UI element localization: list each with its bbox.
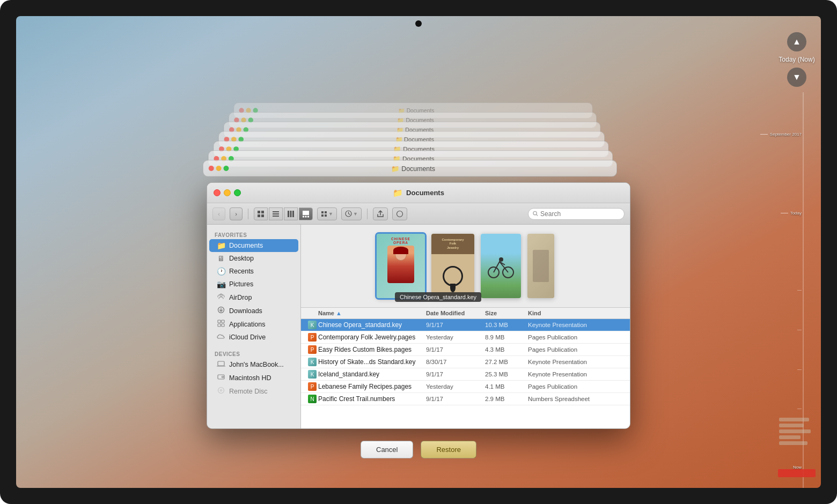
svg-point-35 (499, 257, 503, 262)
file-name: Lebanese Family Recipes.pages (318, 383, 426, 390)
folder-icon: 📁 (393, 188, 403, 198)
sidebar-item-macbook[interactable]: John's MacBook... (209, 358, 298, 371)
view-icon-button[interactable] (254, 207, 268, 220)
arrange-button[interactable]: ▼ (317, 207, 337, 220)
svg-rect-27 (222, 324, 224, 327)
sidebar-item-documents[interactable]: 📁 Documents (209, 239, 298, 252)
tags-button[interactable] (392, 207, 407, 220)
svg-rect-25 (222, 320, 224, 323)
keynote-icon: K (308, 358, 317, 366)
sidebar-item-applications[interactable]: Applications (209, 317, 298, 331)
restore-button[interactable]: Restore (421, 441, 476, 458)
file-kind: Pages Publication (528, 334, 625, 340)
forward-button[interactable]: › (230, 207, 243, 220)
minimize-button[interactable] (224, 189, 231, 196)
view-list-button[interactable] (269, 207, 283, 220)
file-icon-cell: N (306, 395, 318, 403)
timemachine-today-tick: Today (781, 211, 802, 216)
thumb-bikes[interactable] (481, 234, 521, 298)
table-row[interactable]: P Easy Rides Custom Bikes.pages 9/1/17 4… (301, 344, 630, 356)
toolbar-separator-2 (367, 209, 368, 219)
file-name: Easy Rides Custom Bikes.pages (318, 346, 426, 353)
timemachine-up-button[interactable]: ▲ (787, 32, 806, 51)
cancel-button[interactable]: Cancel (361, 441, 413, 458)
sidebar-item-icloud[interactable]: iCloud Drive (209, 331, 298, 344)
timemachine-sept-label: September 2017 (760, 132, 802, 137)
table-row[interactable]: K Chinese Opera_standard.key 9/1/17 10.3… (301, 319, 630, 331)
search-input[interactable] (540, 210, 620, 218)
file-date: 9/1/17 (426, 371, 485, 377)
file-size: 27.2 MB (485, 359, 528, 365)
applications-icon (217, 320, 225, 329)
timemachine-panel: ▲ Today (Now) ▼ September 2017 Today (773, 16, 821, 488)
file-date: 9/1/17 (426, 396, 485, 402)
file-icon-cell: K (306, 321, 318, 329)
table-row[interactable]: K History of Skate...ds Standard.key 8/3… (301, 356, 630, 368)
action-buttons: Cancel Restore (361, 441, 476, 458)
finder-window: 📁 Documents ‹ › (207, 182, 630, 429)
svg-line-21 (537, 214, 538, 216)
file-size: 10.3 MB (485, 322, 528, 328)
favorites-section-label: Favorites (207, 229, 300, 239)
sidebar-item-downloads[interactable]: Downloads (209, 304, 298, 317)
svg-point-30 (222, 376, 224, 378)
backup-bars (779, 418, 814, 445)
cloud-icon (217, 333, 225, 342)
svg-rect-9 (292, 211, 294, 217)
svg-rect-1 (261, 211, 264, 213)
keynote-icon: K (308, 370, 317, 379)
table-row[interactable]: P Contemporary Folk Jewelry.pages Yester… (301, 331, 630, 344)
close-button[interactable] (214, 189, 221, 196)
view-column-button[interactable] (284, 207, 298, 220)
sidebar-item-remotedisc[interactable]: Remote Disc (209, 384, 298, 398)
file-icon-cell: P (306, 333, 318, 342)
thumb-chinese-opera[interactable]: CHINESEOPERA (377, 234, 425, 298)
table-row[interactable]: N Pacific Crest Trail.numbers 9/1/17 2.9… (301, 393, 630, 405)
file-size: 2.9 MB (485, 396, 528, 402)
svg-rect-10 (303, 211, 309, 215)
pages-icon: P (308, 333, 317, 342)
table-row[interactable]: P Lebanese Family Recipes.pages Yesterda… (301, 381, 630, 393)
thumb-extra[interactable] (527, 234, 554, 298)
svg-rect-17 (325, 214, 327, 217)
sidebar-item-macintosh[interactable]: Macintosh HD (209, 371, 298, 384)
column-date-header[interactable]: Date Modified (426, 310, 485, 316)
view-gallery-button[interactable] (299, 207, 313, 220)
action-button[interactable]: ▼ (341, 207, 362, 220)
file-kind: Pages Publication (528, 383, 625, 390)
file-icon-cell: K (306, 358, 318, 366)
share-button[interactable] (373, 207, 388, 220)
column-kind-header[interactable]: Kind (528, 310, 625, 316)
svg-rect-24 (218, 320, 221, 323)
file-date: 9/1/17 (426, 346, 485, 353)
camera-icon: 📷 (217, 280, 225, 288)
sidebar-item-airdrop[interactable]: AirDrop (209, 291, 298, 304)
thumb-folk-jewelry[interactable]: ContemporaryFolkJewelry (431, 234, 474, 298)
traffic-lights (214, 189, 241, 196)
toolbar-separator-1 (248, 209, 248, 219)
timemachine-down-button[interactable]: ▼ (787, 68, 806, 87)
svg-rect-4 (273, 211, 279, 212)
back-button[interactable]: ‹ (212, 207, 225, 220)
keynote-icon: K (308, 321, 317, 329)
maximize-button[interactable] (234, 189, 241, 196)
file-list-header: Name ▲ Date Modified Size Kind (301, 308, 630, 319)
file-kind: Numbers Spreadsheet (528, 396, 625, 402)
svg-point-32 (221, 390, 222, 391)
svg-rect-12 (305, 216, 307, 217)
svg-rect-14 (321, 211, 324, 213)
column-size-header[interactable]: Size (485, 310, 528, 316)
sidebar-item-pictures[interactable]: 📷 Pictures (209, 278, 298, 291)
table-row[interactable]: K Iceland_standard.key 9/1/17 25.3 MB Ke… (301, 368, 630, 381)
file-tooltip: Chinese Opera_standard.key (395, 292, 481, 302)
sidebar-item-recents[interactable]: 🕐 Recents (209, 265, 298, 278)
column-name-header[interactable]: Name ▲ (318, 310, 426, 316)
sidebar-item-desktop[interactable]: 🖥 Desktop (209, 252, 298, 265)
file-kind: Keynote Presentation (528, 359, 625, 365)
numbers-icon: N (308, 395, 317, 403)
folder-icon: 📁 (217, 241, 225, 250)
svg-rect-13 (307, 216, 309, 217)
airdrop-icon (217, 293, 225, 302)
view-buttons (254, 207, 313, 220)
finder-toolbar: ‹ › (207, 203, 630, 225)
